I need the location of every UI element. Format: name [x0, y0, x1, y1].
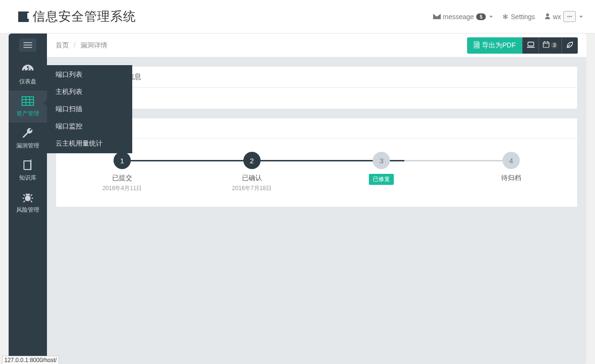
user-menu[interactable]: wx ••• — [545, 11, 583, 22]
messages-label: messeage — [443, 13, 474, 21]
sidebar-item-risk[interactable]: 风险管理 — [9, 187, 47, 219]
caret-down-icon — [579, 16, 583, 18]
calendar-badge: 3 — [551, 42, 558, 48]
panel-progress-body: 1 已提交 2016年4月11日 2 已确认 2016年7月18日 3 已修复 — [56, 138, 577, 207]
file-icon — [474, 41, 480, 50]
step-3-badge: 已修复 — [369, 174, 394, 185]
svg-point-3 — [28, 193, 30, 195]
content-top-bar: 首页 / 漏洞详情 导出为PDF — [47, 34, 586, 57]
envelope-icon — [433, 13, 441, 21]
panel-progress: 1 已提交 2016年4月11日 2 已确认 2016年7月18日 3 已修复 — [56, 118, 578, 207]
sidebar: 仪表盘 资产管理 漏洞管理 知识库 风险管理 — [9, 34, 47, 364]
breadcrumb-current: 漏洞详情 — [80, 41, 107, 49]
sidebar-item-label: 资产管理 — [16, 110, 39, 118]
svg-rect-4 — [528, 42, 534, 46]
sidebar-item-vuln[interactable]: 漏洞管理 — [9, 123, 47, 155]
username-label: wx — [553, 13, 561, 21]
app-title: 信息安全管理系统 — [33, 8, 136, 25]
stepper: 1 已提交 2016年4月11日 2 已确认 2016年7月18日 3 已修复 — [65, 152, 569, 193]
header: 信息安全管理系统 messeage 5 ✻ Settings wx ••• — [0, 0, 595, 34]
step-4-circle: 4 — [503, 152, 520, 169]
step-3-circle: 3 — [373, 152, 390, 169]
gear-icon: ✻ — [503, 13, 508, 21]
bug-icon — [22, 191, 34, 205]
panel-progress-head — [56, 118, 577, 138]
book-icon — [22, 159, 34, 173]
step-4-title: 待归档 — [501, 174, 521, 182]
grid-icon — [22, 94, 34, 109]
breadcrumb-home[interactable]: 首页 — [56, 41, 69, 49]
step-1-date: 2016年4月11日 — [103, 184, 142, 193]
submenu-item-port-list[interactable]: 端口列表 — [47, 66, 132, 83]
step-1: 1 已提交 2016年4月11日 — [93, 152, 151, 193]
breadcrumb: 首页 / 漏洞详情 — [56, 41, 107, 50]
sidebar-item-label: 知识库 — [19, 174, 36, 182]
sidebar-item-label: 风险管理 — [16, 206, 39, 214]
svg-rect-5 — [543, 42, 549, 47]
panel-info-head: 占位占位占位占位E信息 — [56, 67, 577, 88]
gauge-icon — [21, 62, 34, 77]
laptop-icon — [527, 42, 535, 49]
export-pdf-label: 导出为PDF — [482, 41, 515, 50]
browser-status-bar: 127.0.0.1:8000/host/ — [2, 356, 59, 364]
laptop-button[interactable] — [522, 37, 538, 54]
svg-point-2 — [26, 193, 28, 195]
leaf-button[interactable] — [561, 37, 578, 54]
app-body: 仪表盘 资产管理 漏洞管理 知识库 风险管理 — [9, 34, 586, 364]
calendar-button[interactable]: 3 — [538, 37, 561, 54]
sidebar-toggle[interactable] — [19, 38, 36, 52]
panel-info-body — [56, 88, 577, 109]
top-buttons: 导出为PDF 3 — [467, 37, 578, 54]
messages-count-badge: 5 — [476, 13, 486, 20]
caret-down-icon — [489, 16, 493, 18]
leaf-icon — [566, 41, 573, 50]
submenu-item-host-list[interactable]: 主机列表 — [47, 83, 132, 101]
step-4: 4 待归档 — [482, 152, 540, 182]
sidebar-item-label: 仪表盘 — [19, 78, 36, 86]
wrench-icon — [22, 126, 34, 141]
svg-point-0 — [546, 13, 549, 16]
user-icon — [545, 13, 550, 21]
svg-point-1 — [25, 195, 31, 201]
messages-menu[interactable]: messeage 5 — [433, 13, 493, 21]
calendar-icon — [543, 41, 549, 49]
sidebar-item-kb[interactable]: 知识库 — [9, 155, 47, 187]
step-2-title: 已确认 — [242, 174, 262, 182]
sidebar-item-dashboard[interactable]: 仪表盘 — [9, 58, 47, 91]
settings-label: Settings — [511, 13, 535, 21]
step-1-circle: 1 — [114, 152, 131, 169]
sidebar-submenu: 端口列表 主机列表 端口扫描 端口监控 云主机用量统计 — [47, 65, 132, 153]
panel-info: 占位占位占位占位E信息 — [56, 66, 578, 109]
breadcrumb-sep: / — [71, 41, 79, 49]
avatar: ••• — [563, 11, 576, 22]
step-2-date: 2016年7月18日 — [232, 184, 272, 193]
step-3: 3 已修复 — [353, 152, 410, 185]
export-pdf-button[interactable]: 导出为PDF — [467, 37, 522, 54]
step-2-circle: 2 — [243, 152, 261, 169]
step-1-title: 已提交 — [112, 174, 132, 182]
header-right: messeage 5 ✻ Settings wx ••• — [433, 11, 583, 22]
settings-link[interactable]: ✻ Settings — [503, 13, 535, 21]
logo-icon — [18, 11, 29, 22]
submenu-item-port-scan[interactable]: 端口扫描 — [47, 101, 132, 118]
submenu-item-cloud-usage[interactable]: 云主机用量统计 — [47, 135, 132, 152]
sidebar-item-label: 漏洞管理 — [16, 142, 39, 150]
sidebar-item-assets[interactable]: 资产管理 — [9, 91, 47, 123]
step-2: 2 已确认 2016年7月18日 — [223, 152, 281, 193]
submenu-item-port-monitor[interactable]: 端口监控 — [47, 118, 132, 135]
header-left: 信息安全管理系统 — [18, 8, 136, 25]
